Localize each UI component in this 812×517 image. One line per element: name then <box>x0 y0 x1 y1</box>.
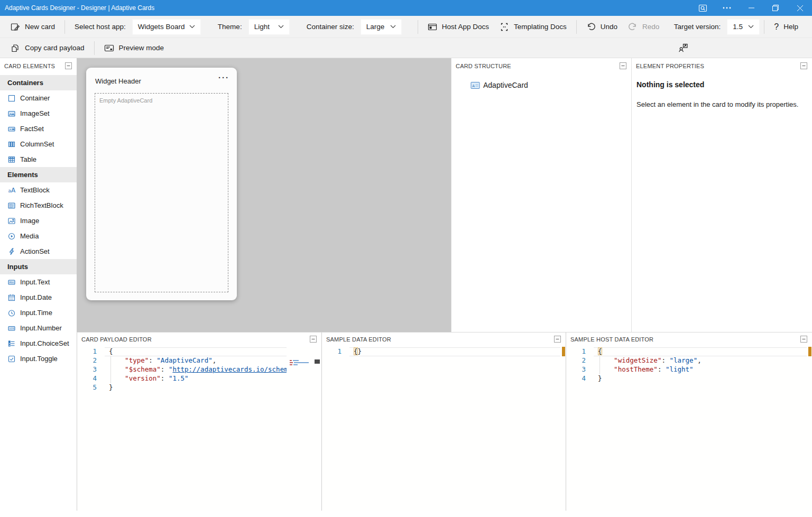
sample-data-code-editor[interactable]: 1{} <box>322 347 566 511</box>
sidebar-item-textblock[interactable]: aATextBlock <box>0 182 77 198</box>
widget-card[interactable]: Widget Header ··· Empty AdaptiveCard <box>86 68 237 300</box>
host-app-docs-button[interactable]: Host App Docs <box>422 19 494 35</box>
editors-region: CARD PAYLOAD EDITOR 1{2 "type": "Adaptiv… <box>77 332 812 511</box>
sidebar-item-container[interactable]: Container <box>0 90 77 106</box>
input-time-icon <box>7 309 16 317</box>
tree-item-adaptivecard[interactable]: A AdaptiveCard <box>470 81 528 89</box>
code-text: {} <box>354 347 362 355</box>
sample-host-data-code-editor[interactable]: 1{2 "widgetSize": "large",3 "hostTheme":… <box>566 347 812 511</box>
code-text: { <box>109 347 113 355</box>
sidebar-item-image[interactable]: Image <box>0 213 77 228</box>
sidebar-item-label: Input.Date <box>20 293 52 301</box>
collapse-panel-icon[interactable] <box>65 62 72 69</box>
line-number: 3 <box>566 365 586 373</box>
sidebar-item-label: TextBlock <box>20 186 50 194</box>
more-options-icon[interactable] <box>715 0 739 16</box>
sidebar-item-richtextblock[interactable]: AbcdefRichTextBlock <box>0 198 77 213</box>
redo-button[interactable]: Redo <box>623 19 665 35</box>
line-number: 3 <box>77 365 97 373</box>
svg-text:A: A <box>472 84 475 88</box>
code-line: 3 "hostTheme": "light" <box>566 365 812 374</box>
columnset-icon <box>7 140 16 149</box>
nothing-selected-message: Select an element in the card to modify … <box>636 100 798 108</box>
code-text: } <box>109 383 113 391</box>
collapse-panel-icon[interactable] <box>800 62 807 69</box>
sidebar-section-inputs: Inputs <box>0 259 77 274</box>
sidebar-section-elements: Elements <box>0 167 77 182</box>
sidebar-item-input-time[interactable]: Input.Time <box>0 305 77 320</box>
sidebar-item-input-date[interactable]: Input.Date <box>0 290 77 305</box>
copy-card-payload-button[interactable]: Copy card payload <box>5 40 90 57</box>
sidebar-item-input-text[interactable]: AbcInput.Text <box>0 274 77 290</box>
help-icon: ? <box>774 22 779 32</box>
undo-button[interactable]: Undo <box>581 19 623 35</box>
collapse-panel-icon[interactable] <box>554 336 561 343</box>
theme-label: Theme: <box>218 23 242 31</box>
theme-dropdown[interactable]: Light <box>248 19 290 35</box>
container-size-dropdown[interactable]: Large <box>361 19 402 35</box>
card-payload-editor-panel: CARD PAYLOAD EDITOR 1{2 "type": "Adaptiv… <box>77 333 321 511</box>
sample-host-data-editor-title: SAMPLE HOST DATA EDITOR <box>570 336 653 343</box>
adaptive-card-icon: A <box>470 81 480 89</box>
preview-mode-button[interactable]: Preview mode <box>99 40 170 57</box>
sidebar-item-media[interactable]: Media <box>0 228 77 244</box>
code-text: "type": "AdaptiveCard", <box>109 356 216 364</box>
toolbar-separator <box>418 20 418 34</box>
code-line: 1{ <box>77 347 287 356</box>
new-card-button[interactable]: New card <box>5 19 60 35</box>
collapse-panel-icon[interactable] <box>310 336 317 343</box>
editor-header: CARD PAYLOAD EDITOR <box>77 333 321 347</box>
textblock-icon: aA <box>7 186 16 195</box>
templating-docs-button[interactable]: Templating Docs <box>494 19 572 35</box>
sidebar-item-factset[interactable]: FactSet <box>0 121 77 136</box>
sidebar-item-label: ColumnSet <box>20 140 54 148</box>
current-line-highlight <box>349 347 560 356</box>
svg-text:123: 123 <box>10 327 14 330</box>
code-text: "hostTheme": "light" <box>598 365 694 373</box>
minimap[interactable] <box>290 360 314 366</box>
sidebar-item-label: Input.Toggle <box>20 355 58 363</box>
toolbar-separator <box>94 41 95 55</box>
element-properties-panel: ELEMENT PROPERTIES Nothing is selected S… <box>631 58 812 332</box>
code-line: 4 "version": "1.5" <box>77 374 287 383</box>
sidebar-item-input-toggle[interactable]: Input.Toggle <box>0 351 77 366</box>
sidebar-item-input-choiceset[interactable]: Input.ChoiceSet <box>0 336 77 351</box>
sidebar-item-actionset[interactable]: ActionSet <box>0 244 77 259</box>
sidebar-item-input-number[interactable]: 123Input.Number <box>0 320 77 336</box>
close-icon[interactable] <box>788 0 812 16</box>
help-button[interactable]: ? Help <box>769 19 807 35</box>
svg-text:def: def <box>10 206 14 208</box>
empty-card-drop-area[interactable]: Empty AdaptiveCard <box>95 93 228 292</box>
sidebar-item-table[interactable]: Table <box>0 152 77 167</box>
collapse-panel-icon[interactable] <box>620 62 626 69</box>
minimap-slider[interactable] <box>315 359 320 364</box>
preview-icon <box>104 43 114 53</box>
svg-text:Abc: Abc <box>10 281 15 284</box>
line-number: 5 <box>77 383 97 391</box>
code-line: 3 "$schema": "http://adaptivecards.io/sc… <box>77 365 287 374</box>
card-menu-icon[interactable]: ··· <box>218 73 229 82</box>
sidebar-item-columnset[interactable]: ColumnSet <box>0 136 77 152</box>
sidebar-item-imageset[interactable]: ImageSet <box>0 106 77 121</box>
collapse-panel-icon[interactable] <box>800 336 807 343</box>
card-payload-code-editor[interactable]: 1{2 "type": "AdaptiveCard",3 "$schema": … <box>77 347 321 511</box>
feedback-icon[interactable] <box>678 43 688 53</box>
restore-icon[interactable] <box>763 0 788 16</box>
host-app-dropdown[interactable]: Widgets Board <box>132 19 201 35</box>
media-icon <box>7 232 16 241</box>
toolbar-separator <box>64 20 65 34</box>
widget-card-header: Widget Header ··· <box>86 68 237 93</box>
code-line: 4} <box>566 374 812 383</box>
search-window-icon[interactable] <box>690 0 715 16</box>
input-choiceset-icon <box>7 339 16 348</box>
element-properties-title: ELEMENT PROPERTIES <box>636 63 704 69</box>
target-version-dropdown[interactable]: 1.5 <box>727 19 760 35</box>
factset-icon <box>7 125 16 133</box>
editor-header: SAMPLE DATA EDITOR <box>322 333 566 347</box>
sample-data-editor-title: SAMPLE DATA EDITOR <box>326 336 391 343</box>
designer-canvas[interactable]: Widget Header ··· Empty AdaptiveCard <box>77 58 451 332</box>
code-text: { <box>598 347 602 355</box>
minimize-icon[interactable] <box>739 0 763 16</box>
svg-text:A: A <box>11 187 16 194</box>
chevron-down-icon <box>390 25 396 29</box>
